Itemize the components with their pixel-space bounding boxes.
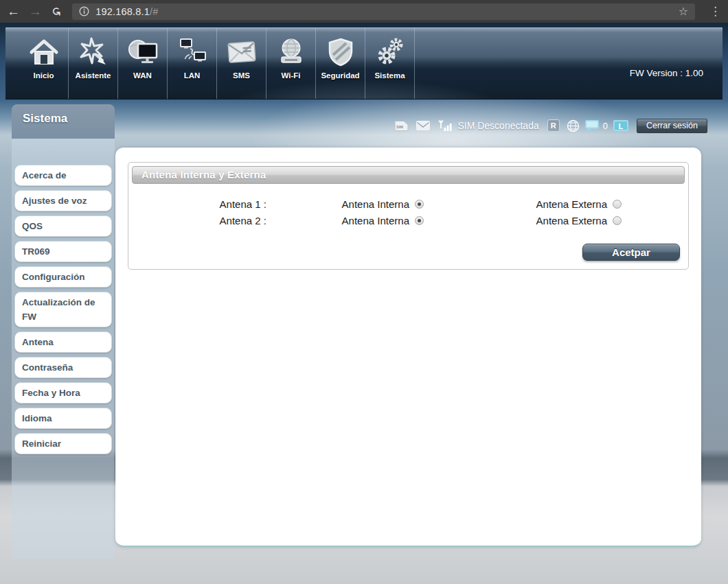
sim-status-text: SIM Desconectada <box>457 120 538 131</box>
signal-strength-icon <box>438 119 452 132</box>
nav-item-inicio[interactable]: Inicio <box>19 28 69 99</box>
sidebar-item-acerca-de[interactable]: Acerca de <box>14 165 112 186</box>
nav-item-sms[interactable]: SMS <box>217 28 266 99</box>
sidebar-item-idioma[interactable]: Idioma <box>14 408 112 429</box>
antenna2-external-label: Antena Externa <box>433 215 613 226</box>
sidebar-item-contrasena[interactable]: Contraseña <box>14 357 112 378</box>
sidebar-menu: Acerca de Ajustes de voz QOS TR069 Confi… <box>12 139 115 559</box>
sidebar-item-antena[interactable]: Antena <box>14 331 112 353</box>
sim-card-icon: SIM <box>394 120 409 132</box>
router-page: Inicio Asistente <box>0 23 728 584</box>
accept-button[interactable]: Acetpar <box>582 244 680 261</box>
sidebar-item-fecha-y-hora[interactable]: Fecha y Hora <box>14 382 112 404</box>
nav-item-wifi[interactable]: Wi-Fi <box>266 28 316 99</box>
sidebar-item-actualizacion-fw[interactable]: Actualización de FW <box>14 292 112 327</box>
forward-icon[interactable]: → <box>29 5 42 18</box>
antenna1-internal-radio[interactable] <box>415 200 424 209</box>
svg-text:L: L <box>618 122 623 130</box>
system-gears-icon <box>375 34 405 70</box>
logout-button[interactable]: Cerrar sesión <box>637 119 707 133</box>
antenna1-internal-label: Antena Interna <box>269 198 415 210</box>
sidebar-item-reiniciar[interactable]: Reiniciar <box>14 433 112 454</box>
antenna1-external-label: Antena Externa <box>433 198 613 210</box>
wizard-icon <box>78 34 109 70</box>
browser-chrome: ← → ↻ 192.168.8.1/# ☆ ⋮ <box>0 0 728 23</box>
fw-version-text: FW Version : 1.00 <box>630 68 703 78</box>
antenna1-label: Antena 1 : <box>132 198 269 210</box>
lan-computers-icon <box>176 34 209 70</box>
bookmark-star-icon[interactable]: ☆ <box>679 5 688 18</box>
antenna2-label: Antena 2 : <box>132 215 269 226</box>
message-count-text: 0 <box>603 121 608 131</box>
home-icon <box>29 34 59 70</box>
nav-item-seguridad[interactable]: Seguridad <box>316 28 365 99</box>
wan-globe-monitor-icon <box>126 34 159 70</box>
sidebar-title: Sistema <box>23 112 115 126</box>
globe-icon <box>567 119 580 132</box>
message-count-icon <box>585 120 599 131</box>
nav-item-wan[interactable]: WAN <box>118 28 168 99</box>
status-bar: SIM SIM Desconectada R 0 <box>394 117 707 135</box>
address-bar[interactable]: 192.168.8.1/# ☆ <box>72 3 695 20</box>
antenna2-internal-radio[interactable] <box>415 216 424 225</box>
antenna2-internal-label: Antena Interna <box>269 215 415 226</box>
sms-envelope-icon <box>226 34 258 70</box>
browser-menu-icon[interactable]: ⋮ <box>709 4 721 19</box>
top-navigation: Inicio Asistente <box>5 27 723 100</box>
nav-item-asistente[interactable]: Asistente <box>69 28 118 99</box>
antenna-row-1: Antena 1 : Antena Interna Antena Externa <box>132 196 685 212</box>
info-icon[interactable] <box>79 6 89 16</box>
antenna2-external-radio[interactable] <box>613 216 622 225</box>
content-panel: Antena Interna y Externa Antena 1 : Ante… <box>115 148 701 547</box>
antenna-row-2: Antena 2 : Antena Interna Antena Externa <box>132 212 685 229</box>
sidebar-item-tr069[interactable]: TR069 <box>14 241 112 262</box>
reload-icon[interactable]: ↻ <box>49 6 63 16</box>
antenna1-external-radio[interactable] <box>613 200 622 209</box>
sidebar-item-ajustes-de-voz[interactable]: Ajustes de voz <box>14 190 112 211</box>
language-icon: L <box>613 120 628 131</box>
wifi-device-icon <box>276 34 306 70</box>
back-icon[interactable]: ← <box>7 5 20 18</box>
url-text: 192.168.8.1/# <box>95 6 158 17</box>
mail-icon <box>416 121 430 130</box>
groupbox-title: Antena Interna y Externa <box>132 166 685 184</box>
sidebar-item-qos[interactable]: QOS <box>14 215 112 237</box>
nav-item-lan[interactable]: LAN <box>168 28 217 99</box>
sidebar-item-configuracion[interactable]: Configuración <box>14 266 112 288</box>
sidebar-header: Sistema <box>12 104 115 139</box>
nav-item-sistema[interactable]: Sistema <box>365 28 415 99</box>
svg-text:SIM: SIM <box>396 124 403 128</box>
antenna-groupbox: Antena Interna y Externa Antena 1 : Ante… <box>128 162 689 270</box>
security-shield-icon <box>326 34 356 70</box>
roaming-indicator: R <box>547 119 560 132</box>
